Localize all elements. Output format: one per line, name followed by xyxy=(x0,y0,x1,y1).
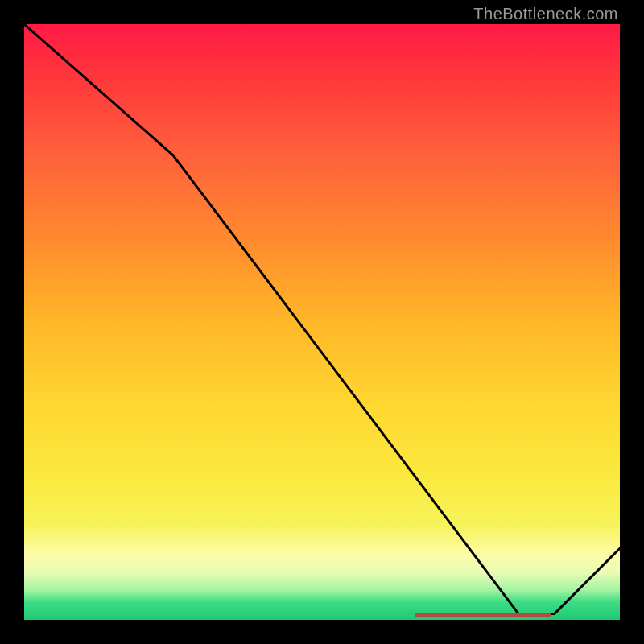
watermark-text: TheBottleneck.com xyxy=(473,5,618,23)
plot-area xyxy=(24,24,620,620)
chart-svg xyxy=(24,24,620,620)
chart-stage: TheBottleneck.com xyxy=(0,0,644,644)
curve-line xyxy=(24,24,620,614)
